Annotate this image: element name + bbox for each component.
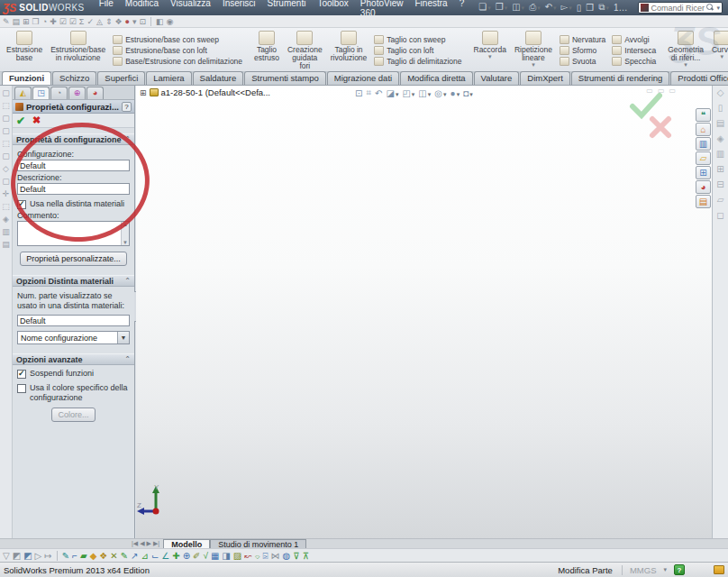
section-header-advanced[interactable]: Opzioni avanzate ⌃ bbox=[13, 353, 134, 365]
select-vertices-icon[interactable]: ◩ bbox=[23, 550, 32, 562]
command-tab[interactable]: Valutare bbox=[474, 71, 520, 85]
view-normal-to-icon[interactable]: ✛ bbox=[3, 188, 10, 200]
edge-box-icon[interactable]: ◻ bbox=[716, 210, 723, 220]
area-icon[interactable]: ▨ bbox=[233, 550, 241, 562]
confirmation-corner[interactable] bbox=[629, 90, 687, 141]
lofted-cut-button[interactable]: Taglio con loft bbox=[372, 46, 463, 55]
first-sheet-button[interactable]: |◀ bbox=[132, 540, 138, 547]
mass-properties-icon[interactable]: ❐ bbox=[32, 16, 40, 27]
display-settings-icon[interactable]: ◉ bbox=[167, 16, 174, 27]
polygon-icon[interactable]: ◆ bbox=[90, 550, 97, 562]
view-two-horizontal-icon[interactable]: ▥ bbox=[2, 226, 10, 238]
cancel-button[interactable]: ✖ bbox=[32, 114, 41, 126]
design-library-icon[interactable]: ▥ bbox=[696, 137, 711, 151]
featuremanager-tab-icon[interactable]: ◭ bbox=[14, 87, 32, 99]
collapse-chevron-icon[interactable]: ⌃ bbox=[124, 277, 131, 285]
hatch-icon[interactable]: ▦ bbox=[211, 550, 219, 562]
view-trimetric-icon[interactable]: ▢ bbox=[2, 176, 10, 188]
view-palette-icon[interactable]: ⊞ bbox=[696, 166, 711, 179]
options-small-icon[interactable]: ⊡ bbox=[139, 16, 146, 27]
view-top-icon[interactable]: ⬚ bbox=[2, 138, 10, 150]
sketch-icon[interactable]: ✎ bbox=[62, 550, 69, 562]
angle-icon[interactable]: ∠ bbox=[161, 550, 169, 562]
edge-columns-icon[interactable]: ▥ bbox=[716, 149, 724, 159]
command-tab[interactable]: Saldature bbox=[193, 71, 244, 85]
command-tab[interactable]: Strumenti di rendering bbox=[571, 71, 669, 85]
commento-field[interactable] bbox=[18, 222, 129, 245]
appearances-scenes-icon[interactable]: ◕ bbox=[696, 180, 711, 194]
appearance-dot-icon[interactable]: ● bbox=[125, 16, 130, 27]
graphics-viewport[interactable]: ⊞ a1-28-50-1 (Default<<Defa... ⊡⌗↶◪◰◫◎●◘… bbox=[136, 86, 712, 538]
constrain-icon[interactable]: ⋈ bbox=[271, 550, 280, 562]
view-front-icon[interactable]: ▢ bbox=[2, 87, 10, 99]
triangle-icon[interactable]: ⊿ bbox=[141, 550, 148, 562]
curves-caret-icon[interactable]: ▾ bbox=[721, 54, 724, 60]
measure-icon[interactable]: ⊞ bbox=[23, 16, 30, 27]
tree-item-label[interactable]: a1-28-50-1 (Default<<Defa... bbox=[161, 87, 270, 97]
move-icon[interactable]: ⍄ bbox=[263, 550, 268, 562]
suppress-features-checkbox[interactable] bbox=[17, 370, 26, 379]
point-icon[interactable]: ✚ bbox=[172, 550, 179, 562]
funnel-up-icon[interactable]: ⊼ bbox=[303, 550, 309, 562]
linear-pattern-caret-icon[interactable]: ▾ bbox=[532, 62, 535, 68]
hide-show-items-icon[interactable]: ◎ bbox=[434, 88, 446, 98]
offset-icon[interactable]: ⌙ bbox=[151, 550, 159, 562]
search-icon[interactable] bbox=[706, 4, 714, 12]
rectangle-icon[interactable]: ▰ bbox=[80, 550, 87, 562]
edge-slab-icon[interactable]: ▱ bbox=[717, 195, 724, 205]
descrizione-field[interactable] bbox=[17, 183, 130, 195]
commento-scrollbar[interactable]: ▲▼ bbox=[121, 222, 129, 245]
previous-view-icon[interactable]: ↶ bbox=[375, 88, 382, 98]
options-icon[interactable]: ⧉ bbox=[596, 1, 611, 14]
units-label[interactable]: MMGS bbox=[630, 565, 657, 575]
comments-icon[interactable]: ❝ bbox=[696, 108, 711, 122]
quick-tips-button[interactable]: ? bbox=[674, 564, 685, 575]
collapse-chevron-icon[interactable]: ⌃ bbox=[124, 355, 131, 363]
command-tab[interactable]: Modifica diretta bbox=[400, 71, 472, 85]
next-sheet-button[interactable]: ▶ bbox=[147, 540, 151, 547]
rebuild-icon[interactable]: ▯ bbox=[575, 2, 584, 14]
check-sketch-icon[interactable]: ☑ bbox=[69, 16, 77, 27]
configurazione-field[interactable] bbox=[17, 160, 130, 171]
solidworks-resources-icon[interactable]: ⌂ bbox=[696, 123, 711, 136]
select-arrow-icon[interactable]: ▷ bbox=[35, 550, 42, 562]
section-properties-icon[interactable]: ✚ bbox=[50, 16, 57, 27]
fillet-button[interactable]: Raccorda ▾ bbox=[471, 30, 509, 70]
wrap-button[interactable]: Avvolgi bbox=[610, 35, 658, 44]
spell-check-icon[interactable]: ✎ bbox=[3, 16, 10, 27]
boss-extrude-button[interactable]: Estrusione base bbox=[4, 30, 45, 70]
command-tab[interactable]: Lamiera bbox=[146, 71, 191, 85]
reference-geometry-caret-icon[interactable]: ▾ bbox=[684, 62, 687, 68]
view-isometric-icon[interactable]: ◇ bbox=[3, 163, 9, 175]
rib-button[interactable]: Nervatura bbox=[558, 35, 607, 44]
edge-list-icon[interactable]: ▤ bbox=[716, 118, 724, 128]
line-icon[interactable]: ⌐ bbox=[72, 550, 77, 562]
filter-icon[interactable]: ◧ bbox=[156, 16, 164, 27]
edit-appearance-icon[interactable]: ● bbox=[450, 88, 460, 98]
design-checker-icon[interactable]: ▤ bbox=[13, 16, 21, 27]
panel-help-button[interactable]: ? bbox=[122, 102, 132, 112]
toolbar-separator[interactable] bbox=[150, 17, 151, 26]
part-number-field[interactable] bbox=[17, 315, 130, 326]
toolbar-caret-icon[interactable]: ▾ bbox=[132, 16, 137, 27]
propertymanager-tab-icon[interactable]: ◳ bbox=[32, 87, 50, 99]
tag-icon[interactable] bbox=[714, 565, 724, 574]
arc-icon[interactable]: ⌔ bbox=[255, 550, 260, 562]
undo-icon[interactable]: ↶ bbox=[543, 1, 559, 14]
edge-collapse-icon[interactable]: ⊟ bbox=[716, 179, 723, 189]
save-icon[interactable]: ◫ bbox=[510, 1, 526, 14]
draft-analysis-icon[interactable]: ◬ bbox=[96, 16, 103, 27]
bom-checkbox[interactable] bbox=[17, 200, 26, 209]
command-tab[interactable]: Migrazione dati bbox=[327, 71, 399, 85]
spline-icon[interactable]: ✎ bbox=[121, 550, 128, 562]
lofted-boss-button[interactable]: Estrusione/base con loft bbox=[111, 46, 244, 55]
custom-properties-button[interactable]: Proprietà personalizzate... bbox=[20, 252, 127, 266]
custom-properties-icon[interactable]: ▤ bbox=[696, 195, 711, 208]
file-explorer-icon[interactable]: ▱ bbox=[696, 151, 711, 165]
file-properties-icon[interactable]: ❒ bbox=[584, 2, 596, 14]
jog-icon[interactable]: ↜ bbox=[244, 550, 251, 562]
performance-evaluation-icon[interactable]: ◔ bbox=[42, 16, 47, 27]
view-orientation-icon[interactable]: ◰ bbox=[402, 88, 414, 98]
deviation-analysis-icon[interactable]: ⇕ bbox=[105, 16, 113, 27]
centerline-icon[interactable]: ✐ bbox=[193, 550, 200, 562]
